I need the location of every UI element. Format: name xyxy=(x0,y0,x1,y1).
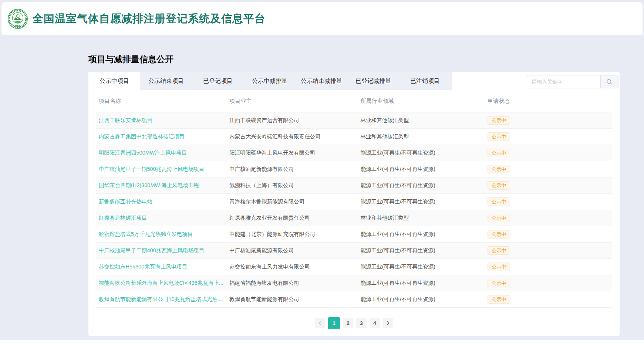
pagination: 1234 xyxy=(88,317,620,329)
tab-item-6[interactable]: 已注销项目 xyxy=(399,72,451,90)
table-header-row: 项目名称 项目业主 所属行业领域 申请状态 xyxy=(96,90,612,112)
project-owner: 敦煌首航节能新能源有限公司 xyxy=(226,296,358,303)
page-button-3[interactable]: 3 xyxy=(356,318,367,328)
project-owner: 红原县雅克农业开发有限责任公司 xyxy=(226,214,358,221)
table-row: 中广核汕尾甲子一期500兆瓦海上风电场项目中广核汕尾新能源有限公司能源工业(可再… xyxy=(96,161,612,177)
status-cell: 公示中 xyxy=(485,197,612,206)
status-badge: 公示中 xyxy=(488,197,510,206)
project-name-link[interactable]: 福能海峡公司长乐外海海上风电场C区496兆瓦海上... xyxy=(96,280,226,287)
footer-strip xyxy=(0,340,644,345)
status-cell: 公示中 xyxy=(485,116,612,125)
tab-item-4[interactable]: 公示结束减排量 xyxy=(296,72,347,90)
status-cell: 公示中 xyxy=(485,295,612,304)
status-cell: 公示中 xyxy=(485,263,612,271)
tab-item-2[interactable]: 已登记项目 xyxy=(192,72,244,90)
svg-text:MEE: MEE xyxy=(15,24,21,27)
column-header-industry-sector: 所属行业领域 xyxy=(358,98,485,105)
status-badge: 公示中 xyxy=(488,230,510,239)
project-owner: 内蒙古大兴安岭碳汇科技有限责任公司 xyxy=(226,133,358,140)
industry-sector: 能源工业(可再生/不可再生资源) xyxy=(358,280,485,287)
page-button-4[interactable]: 4 xyxy=(370,318,380,328)
project-name-link[interactable]: 红原县造林碳汇项目 xyxy=(96,214,226,221)
tab-item-1[interactable]: 公示结束项目 xyxy=(140,72,192,90)
status-badge: 公示中 xyxy=(488,181,510,190)
industry-sector: 能源工业(可再生/不可再生资源) xyxy=(358,149,485,156)
industry-sector: 能源工业(可再生/不可再生资源) xyxy=(358,247,485,254)
table-row: 中广核汕尾甲子二期400兆瓦海上风电场项目中广核汕尾新能源有限公司能源工业(可再… xyxy=(96,243,612,259)
project-name-link[interactable]: 哈密熔盐塔式5万千瓦光热独立发电项目 xyxy=(96,231,226,238)
mee-logo-icon: MEE xyxy=(7,9,28,29)
status-cell: 公示中 xyxy=(485,214,612,222)
industry-sector: 能源工业(可再生/不可再生资源) xyxy=(358,263,485,270)
industry-sector: 能源工业(可再生/不可再生资源) xyxy=(358,182,485,189)
status-badge: 公示中 xyxy=(488,246,510,255)
industry-sector: 能源工业(可再生/不可再生资源) xyxy=(358,198,485,205)
project-owner: 氢溯科技（上海）有限公司 xyxy=(226,182,358,189)
project-owner: 苏交控如东海上风力发电有限公司 xyxy=(226,263,358,270)
project-name-link[interactable]: 中广核汕尾甲子一期500兆瓦海上风电场项目 xyxy=(96,166,226,173)
next-page-button[interactable] xyxy=(383,318,393,328)
industry-sector: 能源工业(可再生/不可再生资源) xyxy=(358,231,485,238)
industry-sector: 能源工业(可再生/不可再生资源) xyxy=(358,296,485,303)
industry-sector: 林业和其他碳汇类型 xyxy=(358,117,485,124)
project-owner: 中广核汕尾新能源有限公司 xyxy=(226,247,358,254)
table-body: 江西丰联乐安造林项目江西丰联碳资产运营有限公司林业和其他碳汇类型公示中内蒙古森工… xyxy=(96,112,612,308)
project-name-link[interactable]: 国华东台四期(H2)300MW 海上风电场工程 xyxy=(96,182,226,189)
page-button-1[interactable]: 1 xyxy=(328,317,340,329)
project-owner: 中能建（北京）能源研究院有限公司 xyxy=(226,231,358,238)
search-button[interactable] xyxy=(600,75,618,88)
column-header-project-owner: 项目业主 xyxy=(226,98,358,105)
status-badge: 公示中 xyxy=(488,132,510,141)
project-name-link[interactable]: 敦煌首航节能新能源有限公司10兆瓦熔盐塔式光热... xyxy=(96,296,226,303)
project-name-link[interactable]: 江西丰联乐安造林项目 xyxy=(96,117,226,124)
table-row: 敦煌首航节能新能源有限公司10兆瓦熔盐塔式光热...敦煌首航节能新能源有限公司能… xyxy=(96,291,612,308)
table-row: 国华东台四期(H2)300MW 海上风电场工程氢溯科技（上海）有限公司能源工业(… xyxy=(96,177,612,194)
project-owner: 江西丰联碳资产运营有限公司 xyxy=(226,117,358,124)
project-name-link[interactable]: 明阳阳江青洲四500MW海上风电项目 xyxy=(96,149,226,156)
status-cell: 公示中 xyxy=(485,279,612,287)
page-title: 项目与减排量信息公开 xyxy=(88,54,620,65)
project-name-link[interactable]: 新鲁多能互补光热电站 xyxy=(96,198,226,205)
status-cell: 公示中 xyxy=(485,149,612,157)
project-owner: 阳江明阳蕴华海上风电开发有限公司 xyxy=(226,149,358,156)
table-row: 江西丰联乐安造林项目江西丰联碳资产运营有限公司林业和其他碳汇类型公示中 xyxy=(96,112,612,129)
app-title: 全国温室气体自愿减排注册登记系统及信息平台 xyxy=(33,11,266,26)
prev-page-button[interactable] xyxy=(315,318,325,328)
column-header-project-name: 项目名称 xyxy=(96,98,226,105)
status-cell: 公示中 xyxy=(485,246,612,255)
status-badge: 公示中 xyxy=(488,165,510,173)
project-name-link[interactable]: 苏交控如东H5#300兆瓦海上风电项目 xyxy=(96,263,226,270)
page-button-2[interactable]: 2 xyxy=(343,318,353,328)
project-name-link[interactable]: 内蒙古森工集团中北部造林碳汇项目 xyxy=(96,133,226,140)
content-card: 公示中项目公示结束项目已登记项目公示中减排量公示结束减排量已登记减排量已注销项目… xyxy=(88,72,620,336)
industry-sector: 能源工业(可再生/不可再生资源) xyxy=(358,166,485,173)
table-row: 红原县造林碳汇项目红原县雅克农业开发有限责任公司林业和其他碳汇类型公示中 xyxy=(96,210,612,226)
search-icon xyxy=(606,79,613,85)
industry-sector: 林业和其他碳汇类型 xyxy=(358,214,485,221)
main-content: 项目与减排量信息公开 公示中项目公示结束项目已登记项目公示中减排量公示结束减排量… xyxy=(88,54,620,336)
tab-item-3[interactable]: 公示中减排量 xyxy=(244,72,296,90)
project-name-link[interactable]: 中广核汕尾甲子二期400兆瓦海上风电场项目 xyxy=(96,247,226,254)
project-owner: 福建省福能海峡发电有限公司 xyxy=(226,280,358,287)
tab-item-0[interactable]: 公示中项目 xyxy=(88,72,140,90)
status-badge: 公示中 xyxy=(488,295,510,304)
card-top: 公示中项目公示结束项目已登记项目公示中减排量公示结束减排量已登记减排量已注销项目 xyxy=(88,72,620,90)
industry-sector: 林业和其他碳汇类型 xyxy=(358,133,485,140)
projects-table: 项目名称 项目业主 所属行业领域 申请状态 江西丰联乐安造林项目江西丰联碳资产运… xyxy=(96,90,612,308)
search-box xyxy=(527,75,618,88)
table-row: 苏交控如东H5#300兆瓦海上风电项目苏交控如东海上风力发电有限公司能源工业(可… xyxy=(96,259,612,275)
status-cell: 公示中 xyxy=(485,132,612,141)
table-row: 哈密熔盐塔式5万千瓦光热独立发电项目中能建（北京）能源研究院有限公司能源工业(可… xyxy=(96,226,612,243)
project-owner: 青海格尔木鲁能新能源有限公司 xyxy=(226,198,358,205)
status-cell: 公示中 xyxy=(485,230,612,239)
status-badge: 公示中 xyxy=(488,116,510,125)
status-cell: 公示中 xyxy=(485,181,612,190)
status-badge: 公示中 xyxy=(488,279,510,287)
tab-bar: 公示中项目公示结束项目已登记项目公示中减排量公示结束减排量已登记减排量已注销项目 xyxy=(88,72,452,90)
table-row: 新鲁多能互补光热电站青海格尔木鲁能新能源有限公司能源工业(可再生/不可再生资源)… xyxy=(96,194,612,210)
status-badge: 公示中 xyxy=(488,263,510,271)
status-badge: 公示中 xyxy=(488,214,510,222)
tab-item-5[interactable]: 已登记减排量 xyxy=(347,72,399,90)
column-header-application-status: 申请状态 xyxy=(485,98,612,105)
search-input[interactable] xyxy=(527,75,600,88)
